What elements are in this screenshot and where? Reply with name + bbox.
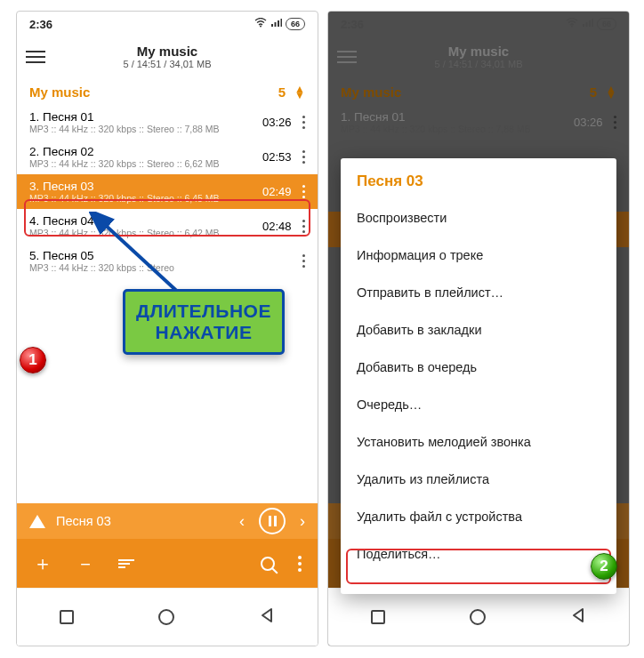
search-icon[interactable] xyxy=(261,557,275,571)
context-menu: Песня 03 Воспроизвести Информация о трек… xyxy=(341,158,616,594)
menu-item-bookmark[interactable]: Добавить в закладки xyxy=(341,311,616,349)
menu-item-send-playlist[interactable]: Отправить в плейлист… xyxy=(341,274,616,311)
appbar-title: My music xyxy=(45,44,289,59)
menu-item-play[interactable]: Воспроизвести xyxy=(341,199,616,237)
track-menu-icon[interactable] xyxy=(302,116,306,130)
recents-icon[interactable] xyxy=(371,610,385,624)
svg-point-0 xyxy=(260,26,262,28)
badge-number: 1 xyxy=(28,351,36,369)
callout-line2: НАЖАТИЕ xyxy=(136,322,271,343)
menu-item-delete-file[interactable]: Удалить файл с устройства xyxy=(341,498,616,535)
remove-icon[interactable]: － xyxy=(76,550,95,577)
menu-item-share[interactable]: Поделиться… xyxy=(341,535,616,573)
annotation-callout: ДЛИТЕЛЬНОЕ НАЖАТИЕ xyxy=(123,289,285,355)
track-row-selected[interactable]: 3. Песня 03 MP3 :: 44 kHz :: 320 kbps ::… xyxy=(17,174,318,209)
menu-item-queue-add[interactable]: Добавить в очередь xyxy=(341,349,616,386)
back-icon[interactable] xyxy=(259,607,275,627)
track-menu-icon[interactable] xyxy=(302,185,306,199)
track-title: 3. Песня 03 xyxy=(29,180,262,193)
app-bar: My music 5 / 14:51 / 34,01 MB xyxy=(17,36,318,77)
track-duration: 02:49 xyxy=(262,185,292,198)
status-bar: 2:36 66 xyxy=(17,12,318,36)
track-menu-icon[interactable] xyxy=(302,254,306,269)
menu-item-queue[interactable]: Очередь… xyxy=(341,386,616,423)
bottom-toolbar: ＋ － xyxy=(17,539,318,588)
app-logo-icon xyxy=(29,514,45,528)
add-icon[interactable]: ＋ xyxy=(33,550,52,577)
annotation-badge-1: 1 xyxy=(20,347,46,373)
battery-icon: 66 xyxy=(286,18,305,30)
home-icon[interactable] xyxy=(470,609,486,625)
android-nav-bar xyxy=(17,588,318,646)
now-playing-bar[interactable]: Песня 03 ‹ › xyxy=(17,503,318,539)
now-playing-title: Песня 03 xyxy=(56,514,111,528)
track-meta: MP3 :: 44 kHz :: 320 kbps :: Stereo xyxy=(29,262,292,273)
collapse-icon[interactable]: ▲▼ xyxy=(294,86,305,98)
callout-line1: ДЛИТЕЛЬНОЕ xyxy=(136,301,271,322)
track-meta: MP3 :: 44 kHz :: 320 kbps :: Stereo :: 6… xyxy=(29,228,262,238)
context-menu-title: Песня 03 xyxy=(341,171,616,199)
status-time: 2:36 xyxy=(29,18,52,31)
back-icon[interactable] xyxy=(570,607,586,627)
appbar-subtitle: 5 / 14:51 / 34,01 MB xyxy=(45,59,289,70)
section-header[interactable]: My music 5 ▲▼ xyxy=(17,77,318,105)
section-count: 5 xyxy=(278,84,286,100)
section-name: My music xyxy=(29,84,90,100)
track-menu-icon[interactable] xyxy=(302,220,306,234)
status-icons: 66 xyxy=(254,18,305,30)
track-duration: 03:26 xyxy=(262,116,292,129)
home-icon[interactable] xyxy=(158,609,174,625)
wifi-icon xyxy=(254,18,267,30)
annotation-badge-2: 2 xyxy=(591,553,617,580)
phone-screen-2: 2:36 66 My music 5 / 14:51 / 34,01 MB My… xyxy=(327,11,630,646)
track-title: 1. Песня 01 xyxy=(29,110,262,124)
recents-icon[interactable] xyxy=(60,610,74,624)
track-row[interactable]: 1. Песня 01 MP3 :: 44 kHz :: 320 kbps ::… xyxy=(17,105,318,140)
track-row[interactable]: 5. Песня 05 MP3 :: 44 kHz :: 320 kbps ::… xyxy=(17,244,318,278)
signal-icon xyxy=(270,18,282,30)
track-row[interactable]: 2. Песня 02 MP3 :: 44 kHz :: 320 kbps ::… xyxy=(17,140,318,174)
track-menu-icon[interactable] xyxy=(302,150,306,164)
pause-button[interactable] xyxy=(259,508,286,534)
next-icon[interactable]: › xyxy=(300,512,305,531)
menu-item-ringtone[interactable]: Установить мелодией звонка xyxy=(341,423,616,461)
track-title: 4. Песня 04 xyxy=(29,214,262,228)
menu-item-remove-playlist[interactable]: Удалить из плейлиста xyxy=(341,461,616,498)
track-duration: 02:53 xyxy=(262,150,292,164)
track-title: 2. Песня 02 xyxy=(29,145,262,158)
track-title: 5. Песня 05 xyxy=(29,249,292,262)
track-row[interactable]: 4. Песня 04 MP3 :: 44 kHz :: 320 kbps ::… xyxy=(17,209,318,244)
menu-item-info[interactable]: Информация о треке xyxy=(341,237,616,274)
prev-icon[interactable]: ‹ xyxy=(239,512,245,531)
track-duration: 02:48 xyxy=(262,220,292,233)
track-meta: MP3 :: 44 kHz :: 320 kbps :: Stereo :: 6… xyxy=(29,158,262,169)
track-meta: MP3 :: 44 kHz :: 320 kbps :: Stereo :: 7… xyxy=(29,124,262,134)
track-meta: MP3 :: 44 kHz :: 320 kbps :: Stereo :: 6… xyxy=(29,193,262,204)
android-nav-bar xyxy=(328,588,629,646)
badge-number: 2 xyxy=(600,558,608,575)
menu-icon[interactable] xyxy=(26,51,45,63)
sort-icon[interactable] xyxy=(118,559,134,568)
overflow-icon[interactable] xyxy=(298,556,302,572)
